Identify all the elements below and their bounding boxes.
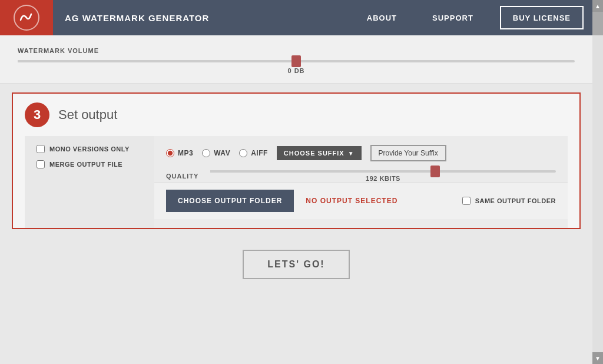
aiff-option[interactable]: AIFF [239, 149, 268, 157]
mono-versions-option[interactable]: MONO VERSIONS ONLY [37, 145, 143, 153]
lets-go-button[interactable]: LETS' GO! [243, 250, 349, 279]
scroll-thumb[interactable] [592, 12, 603, 35]
scroll-down-arrow[interactable]: ▼ [592, 352, 603, 364]
support-nav[interactable]: SUPPORT [415, 0, 491, 35]
dropdown-arrow-icon: ▼ [348, 150, 354, 157]
mp3-option[interactable]: MP3 [166, 149, 193, 157]
about-nav[interactable]: ABOUT [349, 0, 415, 35]
watermark-volume-slider-container [18, 60, 575, 62]
wav-option[interactable]: WAV [202, 149, 230, 157]
provide-suffix-button[interactable]: Provide Your Suffix [370, 145, 446, 161]
quality-label: QUALITY [166, 173, 201, 180]
choose-suffix-button[interactable]: CHOOSE SUFFIX ▼ [277, 146, 362, 160]
quality-slider-track[interactable] [210, 170, 556, 173]
set-output-section: 3 Set output MONO VERSIONS ONLY MERGE OU… [12, 92, 581, 229]
logo-area [0, 0, 53, 35]
mono-versions-label: MONO VERSIONS ONLY [49, 145, 130, 153]
quality-slider-thumb[interactable] [430, 166, 440, 177]
buy-license-nav[interactable]: BUY LICENSE [500, 6, 584, 29]
mono-versions-checkbox[interactable] [37, 145, 45, 153]
quality-slider-fill [210, 170, 435, 173]
watermark-volume-slider-fill [18, 60, 296, 62]
choose-suffix-label: CHOOSE SUFFIX [284, 150, 344, 157]
scroll-track[interactable] [592, 12, 603, 352]
wav-label: WAV [214, 149, 230, 157]
watermark-volume-slider-track[interactable] [18, 60, 575, 62]
same-folder-checkbox[interactable] [462, 197, 471, 205]
output-folder-row: CHOOSE OUTPUT FOLDER NO OUTPUT SELECTED … [154, 182, 568, 219]
quality-value: 192 KBITS [210, 175, 556, 182]
nav-items: ABOUT SUPPORT BUY LICENSE [349, 0, 592, 35]
scrollbar: ▲ ▼ [592, 0, 603, 364]
quality-row: QUALITY 192 KBITS [166, 170, 556, 182]
left-options: MONO VERSIONS ONLY MERGE OUTPUT FILE [25, 136, 154, 228]
header: AG WATERMARK GENERATOR ABOUT SUPPORT BUY… [0, 0, 592, 35]
right-options: MP3 WAV AIFF CHOOSE SUFFIX ▼ Provide Yo [154, 136, 568, 228]
merge-output-checkbox[interactable] [37, 160, 45, 168]
lets-go-area: LETS' GO! [0, 238, 592, 291]
same-output-folder-option[interactable]: SAME OUTPUT FOLDER [462, 197, 556, 205]
volume-value: 0 DB [18, 67, 575, 74]
scroll-up-arrow[interactable]: ▲ [592, 0, 603, 12]
options-area: MONO VERSIONS ONLY MERGE OUTPUT FILE MP3 [25, 136, 568, 228]
choose-output-folder-button[interactable]: CHOOSE OUTPUT FOLDER [166, 190, 294, 212]
wav-radio[interactable] [202, 149, 210, 157]
logo-icon [14, 5, 39, 31]
quality-slider-container: 192 KBITS [210, 170, 556, 182]
merge-output-label: MERGE OUTPUT FILE [49, 161, 122, 168]
volume-label: WATERMARK VOLUME [18, 47, 575, 54]
aiff-label: AIFF [251, 149, 268, 157]
volume-section: WATERMARK VOLUME 0 DB [0, 35, 592, 84]
mp3-radio[interactable] [166, 149, 174, 157]
main-content: AG WATERMARK GENERATOR ABOUT SUPPORT BUY… [0, 0, 592, 364]
same-folder-label: SAME OUTPUT FOLDER [475, 197, 556, 204]
format-row: MP3 WAV AIFF CHOOSE SUFFIX ▼ Provide Yo [166, 145, 556, 161]
section-header: 3 Set output [25, 102, 568, 127]
step-badge: 3 [25, 102, 49, 127]
app-title: AG WATERMARK GENERATOR [53, 0, 349, 35]
merge-output-option[interactable]: MERGE OUTPUT FILE [37, 160, 143, 168]
watermark-volume-slider-thumb[interactable] [291, 55, 301, 67]
aiff-radio[interactable] [239, 149, 247, 157]
mp3-label: MP3 [178, 149, 193, 157]
section-title: Set output [58, 107, 117, 123]
no-output-label: NO OUTPUT SELECTED [294, 197, 462, 205]
